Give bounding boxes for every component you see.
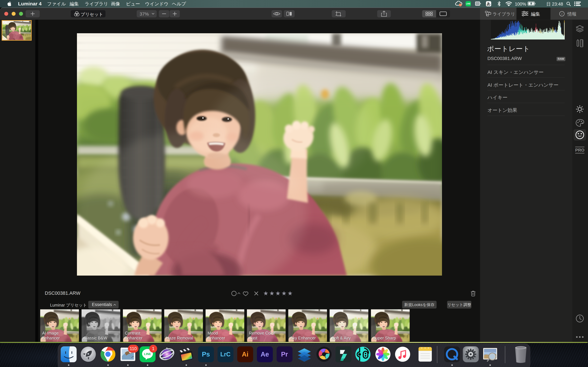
svg-text:LINE: LINE: [144, 352, 151, 356]
svg-text:Pr: Pr: [281, 350, 288, 358]
svg-text:Ai: Ai: [242, 350, 248, 358]
svg-text:Ae: Ae: [260, 350, 269, 358]
svg-text:LrC: LrC: [220, 351, 231, 358]
svg-text:Ps: Ps: [202, 350, 210, 358]
svg-text:i: i: [562, 12, 562, 16]
svg-text:PRO: PRO: [575, 148, 584, 152]
